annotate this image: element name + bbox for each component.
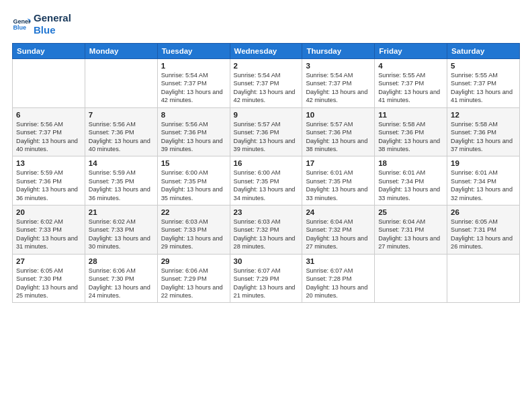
day-info: Sunrise: 5:55 AM Sunset: 7:37 PM Dayligh… bbox=[378, 71, 443, 105]
day-info: Sunrise: 6:03 AM Sunset: 7:33 PM Dayligh… bbox=[161, 218, 226, 251]
calendar-cell: 1Sunrise: 5:54 AM Sunset: 7:37 PM Daylig… bbox=[157, 59, 230, 108]
calendar-cell: 4Sunrise: 5:55 AM Sunset: 7:37 PM Daylig… bbox=[375, 59, 447, 108]
calendar-cell: 10Sunrise: 5:57 AM Sunset: 7:36 PM Dayli… bbox=[302, 107, 375, 156]
calendar-cell: 6Sunrise: 5:56 AM Sunset: 7:37 PM Daylig… bbox=[13, 107, 85, 156]
day-info: Sunrise: 5:56 AM Sunset: 7:36 PM Dayligh… bbox=[161, 120, 226, 154]
calendar-cell: 27Sunrise: 6:05 AM Sunset: 7:30 PM Dayli… bbox=[13, 254, 85, 303]
day-number: 3 bbox=[306, 62, 371, 70]
day-number: 15 bbox=[161, 159, 226, 167]
day-info: Sunrise: 6:00 AM Sunset: 7:35 PM Dayligh… bbox=[234, 169, 299, 202]
weekday-header-tuesday: Tuesday bbox=[157, 44, 230, 59]
calendar-cell: 30Sunrise: 6:07 AM Sunset: 7:29 PM Dayli… bbox=[230, 254, 302, 303]
calendar-cell: 20Sunrise: 6:02 AM Sunset: 7:33 PM Dayli… bbox=[13, 205, 85, 255]
logo-text-blue: Blue bbox=[34, 24, 56, 36]
day-info: Sunrise: 6:04 AM Sunset: 7:31 PM Dayligh… bbox=[378, 218, 443, 251]
weekday-header-thursday: Thursday bbox=[302, 44, 375, 59]
day-number: 7 bbox=[89, 111, 154, 119]
calendar-week-3: 13Sunrise: 5:59 AM Sunset: 7:36 PM Dayli… bbox=[13, 156, 520, 205]
day-info: Sunrise: 5:55 AM Sunset: 7:37 PM Dayligh… bbox=[451, 71, 516, 105]
calendar-cell: 14Sunrise: 5:59 AM Sunset: 7:35 PM Dayli… bbox=[85, 156, 157, 205]
day-number: 11 bbox=[378, 111, 443, 119]
calendar-cell: 22Sunrise: 6:03 AM Sunset: 7:33 PM Dayli… bbox=[157, 205, 230, 255]
calendar-cell bbox=[447, 254, 520, 303]
calendar-cell: 24Sunrise: 6:04 AM Sunset: 7:32 PM Dayli… bbox=[302, 205, 375, 255]
weekday-header-wednesday: Wednesday bbox=[230, 44, 302, 59]
calendar-week-4: 20Sunrise: 6:02 AM Sunset: 7:33 PM Dayli… bbox=[13, 205, 520, 255]
day-info: Sunrise: 6:02 AM Sunset: 7:33 PM Dayligh… bbox=[89, 218, 154, 251]
day-number: 22 bbox=[161, 208, 226, 216]
day-number: 9 bbox=[234, 111, 299, 119]
day-number: 18 bbox=[378, 159, 443, 167]
page: General Blue General Blue SundayMondayTu… bbox=[0, 0, 532, 411]
day-info: Sunrise: 6:02 AM Sunset: 7:33 PM Dayligh… bbox=[16, 218, 81, 251]
day-number: 10 bbox=[306, 111, 371, 119]
day-number: 13 bbox=[16, 159, 81, 167]
day-info: Sunrise: 5:54 AM Sunset: 7:37 PM Dayligh… bbox=[234, 71, 299, 105]
calendar-cell: 26Sunrise: 6:05 AM Sunset: 7:31 PM Dayli… bbox=[447, 205, 520, 255]
calendar-cell: 12Sunrise: 5:58 AM Sunset: 7:36 PM Dayli… bbox=[447, 107, 520, 156]
calendar-week-5: 27Sunrise: 6:05 AM Sunset: 7:30 PM Dayli… bbox=[13, 254, 520, 303]
svg-text:Blue: Blue bbox=[13, 24, 26, 31]
day-info: Sunrise: 6:06 AM Sunset: 7:30 PM Dayligh… bbox=[89, 267, 154, 300]
day-info: Sunrise: 6:01 AM Sunset: 7:35 PM Dayligh… bbox=[306, 169, 371, 202]
header: General Blue General Blue bbox=[12, 12, 520, 36]
day-info: Sunrise: 6:04 AM Sunset: 7:32 PM Dayligh… bbox=[306, 218, 371, 251]
calendar-cell: 15Sunrise: 6:00 AM Sunset: 7:35 PM Dayli… bbox=[157, 156, 230, 205]
day-number: 8 bbox=[161, 111, 226, 119]
day-number: 6 bbox=[16, 111, 81, 119]
day-info: Sunrise: 6:01 AM Sunset: 7:34 PM Dayligh… bbox=[451, 169, 516, 202]
calendar-cell: 29Sunrise: 6:06 AM Sunset: 7:29 PM Dayli… bbox=[157, 254, 230, 303]
logo: General Blue General Blue bbox=[12, 12, 71, 36]
day-info: Sunrise: 6:03 AM Sunset: 7:32 PM Dayligh… bbox=[234, 218, 299, 251]
weekday-header-saturday: Saturday bbox=[447, 44, 520, 59]
calendar-cell: 7Sunrise: 5:56 AM Sunset: 7:36 PM Daylig… bbox=[85, 107, 157, 156]
calendar-cell: 11Sunrise: 5:58 AM Sunset: 7:36 PM Dayli… bbox=[375, 107, 447, 156]
calendar-cell: 9Sunrise: 5:57 AM Sunset: 7:36 PM Daylig… bbox=[230, 107, 302, 156]
calendar-cell: 17Sunrise: 6:01 AM Sunset: 7:35 PM Dayli… bbox=[302, 156, 375, 205]
calendar: SundayMondayTuesdayWednesdayThursdayFrid… bbox=[12, 43, 520, 303]
calendar-cell bbox=[13, 59, 85, 108]
day-info: Sunrise: 5:56 AM Sunset: 7:37 PM Dayligh… bbox=[16, 120, 81, 154]
day-info: Sunrise: 6:05 AM Sunset: 7:30 PM Dayligh… bbox=[16, 267, 81, 300]
calendar-cell: 13Sunrise: 5:59 AM Sunset: 7:36 PM Dayli… bbox=[13, 156, 85, 205]
svg-text:General: General bbox=[13, 18, 31, 25]
weekday-header-friday: Friday bbox=[375, 44, 447, 59]
calendar-week-1: 1Sunrise: 5:54 AM Sunset: 7:37 PM Daylig… bbox=[13, 59, 520, 108]
day-number: 30 bbox=[234, 257, 299, 265]
calendar-cell: 5Sunrise: 5:55 AM Sunset: 7:37 PM Daylig… bbox=[447, 59, 520, 108]
day-number: 31 bbox=[306, 257, 371, 265]
day-info: Sunrise: 5:59 AM Sunset: 7:36 PM Dayligh… bbox=[16, 169, 81, 202]
day-number: 12 bbox=[451, 111, 516, 119]
calendar-cell: 23Sunrise: 6:03 AM Sunset: 7:32 PM Dayli… bbox=[230, 205, 302, 255]
calendar-cell: 18Sunrise: 6:01 AM Sunset: 7:34 PM Dayli… bbox=[375, 156, 447, 205]
day-number: 5 bbox=[451, 62, 516, 70]
weekday-header-monday: Monday bbox=[85, 44, 157, 59]
calendar-cell: 31Sunrise: 6:07 AM Sunset: 7:28 PM Dayli… bbox=[302, 254, 375, 303]
calendar-cell: 16Sunrise: 6:00 AM Sunset: 7:35 PM Dayli… bbox=[230, 156, 302, 205]
day-number: 2 bbox=[234, 62, 299, 70]
day-info: Sunrise: 5:57 AM Sunset: 7:36 PM Dayligh… bbox=[306, 120, 371, 154]
day-number: 4 bbox=[378, 62, 443, 70]
calendar-cell bbox=[85, 59, 157, 108]
day-info: Sunrise: 5:59 AM Sunset: 7:35 PM Dayligh… bbox=[89, 169, 154, 202]
day-number: 24 bbox=[306, 208, 371, 216]
calendar-cell: 8Sunrise: 5:56 AM Sunset: 7:36 PM Daylig… bbox=[157, 107, 230, 156]
calendar-cell: 2Sunrise: 5:54 AM Sunset: 7:37 PM Daylig… bbox=[230, 59, 302, 108]
day-info: Sunrise: 5:57 AM Sunset: 7:36 PM Dayligh… bbox=[234, 120, 299, 154]
day-number: 1 bbox=[161, 62, 226, 70]
day-number: 25 bbox=[378, 208, 443, 216]
day-info: Sunrise: 5:56 AM Sunset: 7:36 PM Dayligh… bbox=[89, 120, 154, 154]
calendar-cell: 21Sunrise: 6:02 AM Sunset: 7:33 PM Dayli… bbox=[85, 205, 157, 255]
day-info: Sunrise: 5:58 AM Sunset: 7:36 PM Dayligh… bbox=[378, 120, 443, 154]
day-info: Sunrise: 5:54 AM Sunset: 7:37 PM Dayligh… bbox=[306, 71, 371, 105]
day-info: Sunrise: 6:06 AM Sunset: 7:29 PM Dayligh… bbox=[161, 267, 226, 300]
calendar-week-2: 6Sunrise: 5:56 AM Sunset: 7:37 PM Daylig… bbox=[13, 107, 520, 156]
logo-text-general: General bbox=[34, 12, 71, 24]
day-number: 29 bbox=[161, 257, 226, 265]
day-info: Sunrise: 6:00 AM Sunset: 7:35 PM Dayligh… bbox=[161, 169, 226, 202]
day-info: Sunrise: 5:58 AM Sunset: 7:36 PM Dayligh… bbox=[451, 120, 516, 154]
calendar-header-row: SundayMondayTuesdayWednesdayThursdayFrid… bbox=[13, 44, 520, 59]
day-number: 20 bbox=[16, 208, 81, 216]
day-number: 14 bbox=[89, 159, 154, 167]
day-info: Sunrise: 6:05 AM Sunset: 7:31 PM Dayligh… bbox=[451, 218, 516, 251]
